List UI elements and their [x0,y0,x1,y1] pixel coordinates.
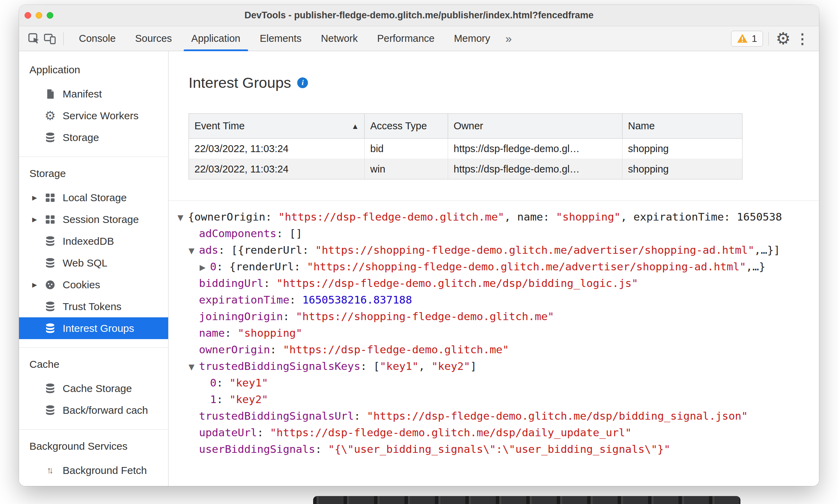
database-icon [43,256,57,270]
value-plain: : [217,376,229,389]
table-cell: 22/03/2022, 11:03:24 [189,139,365,159]
value-key: ownerOrigin [199,343,270,356]
device-toolbar-icon [44,32,56,45]
value-key: ads [199,244,218,256]
sidebar-item-indexeddb[interactable]: IndexedDB [19,230,168,252]
expander-icon[interactable]: ▶ [26,281,43,288]
tree-line[interactable]: userBiddingSignals: "{\"user_bidding_sig… [177,441,819,457]
value-plain: : [ [361,360,380,372]
collapsed-icon[interactable]: ▶ [200,259,210,276]
sidebar-item-manifest[interactable]: Manifest [19,83,168,105]
table-icon [43,213,57,226]
expanded-icon[interactable]: ▼ [177,209,188,226]
tree-line[interactable]: ▶0: {renderUrl: "https://shopping-fledge… [177,258,819,275]
sidebar-item-label: Cookies [63,279,100,291]
tab-console[interactable]: Console [69,26,125,51]
more-tabs-button[interactable]: » [500,32,517,45]
value-plain: {ownerOrigin: [188,211,278,223]
tree-line[interactable]: ▼ads: [{renderUrl: "https://shopping-fle… [177,242,819,258]
minimize-button[interactable] [36,12,42,19]
tree-line[interactable]: 1: "key2" [177,391,819,408]
value-key: joiningOrigin [199,310,283,323]
tree-line[interactable]: ▼{ownerOrigin: "https://dsp-fledge-demo.… [177,208,819,225]
tab-performance[interactable]: Performance [367,26,444,51]
sidebar: ApplicationManifest⚙Service WorkersStora… [19,51,168,486]
background-fetch-icon: ↑↓ [43,464,57,477]
close-button[interactable] [25,12,31,19]
table-cell: https://dsp-fledge-demo.gl… [448,139,622,159]
column-header-owner[interactable]: Owner [448,114,622,139]
value-key: 0 [210,260,217,273]
devtools-content: ApplicationManifest⚙Service WorkersStora… [19,51,819,486]
column-header-access-type[interactable]: Access Type [365,114,448,139]
table-cell: bid [365,139,448,159]
tree-line[interactable]: expirationTime: 1650538216.837188 [177,291,819,308]
devtools-tabs: ConsoleSourcesApplicationElementsNetwork… [69,26,500,51]
value-key: trustedBiddingSignalsKeys [199,360,361,372]
tree-line[interactable]: joiningOrigin: "https://shopping-fledge-… [177,308,819,325]
tree-line[interactable]: updateUrl: "https://dsp-fledge-demo.glit… [177,424,819,441]
tree-line[interactable]: biddingUrl: "https://dsp-fledge-demo.gli… [177,275,819,291]
titlebar: DevTools - publisher-fledge-demo.glitch.… [19,5,819,26]
sidebar-item-web-sql[interactable]: Web SQL [19,252,168,274]
sidebar-item-service-workers[interactable]: ⚙Service Workers [19,105,168,127]
gear-icon: ⚙ [43,109,57,123]
value-key: 1 [210,393,217,405]
tree-line[interactable]: name: "shopping" [177,325,819,341]
issues-counter[interactable]: 1 [731,31,763,47]
value-string: "https://shopping-fledge-demo.glitch.me" [296,310,554,323]
column-header-label: Name [628,120,655,132]
settings-gear-icon[interactable]: ⚙ [774,30,792,47]
database-icon [43,300,57,314]
database-icon [43,234,57,248]
zoom-button[interactable] [47,12,53,19]
tree-line[interactable]: 0: "key1" [177,374,819,391]
interest-group-details: ▼{ownerOrigin: "https://dsp-fledge-demo.… [168,200,819,486]
tab-sources[interactable]: Sources [125,26,181,51]
dock[interactable] [313,496,740,504]
expanded-icon[interactable]: ▼ [189,243,199,259]
sidebar-item-background-fetch[interactable]: ↑↓Background Fetch [19,459,168,481]
devtools-toolbar: ConsoleSourcesApplicationElementsNetwork… [19,26,819,51]
table-header-row: Event Time▲Access TypeOwnerName [189,114,743,139]
sidebar-item-trust-tokens[interactable]: Trust Tokens [19,296,168,317]
more-options-menu-icon[interactable]: ⋮ [792,32,813,46]
sidebar-item-local-storage[interactable]: ▶Local Storage [19,187,168,208]
sidebar-item-label: Background Fetch [63,465,147,476]
sidebar-item-label: Web SQL [63,257,108,269]
expander-icon[interactable]: ▶ [26,194,43,201]
device-toolbar-button[interactable] [42,31,58,47]
value-plain: : [225,327,238,339]
tree-line[interactable]: trustedBiddingSignalsUrl: "https://dsp-f… [177,408,819,424]
value-plain: ,…} [746,260,765,273]
sidebar-section-background-services: Background Services↑↓Background Fetch [19,429,168,486]
tab-memory[interactable]: Memory [444,26,500,51]
value-plain: : [217,393,229,405]
table-row[interactable]: 22/03/2022, 11:03:24bidhttps://dsp-fledg… [189,139,743,159]
value-key: biddingUrl [199,277,264,289]
column-header-name[interactable]: Name [622,114,743,139]
tree-line[interactable]: ▼trustedBiddingSignalsKeys: ["key1", "ke… [177,358,819,374]
sidebar-item-back-forward-cach[interactable]: Back/forward cach [19,399,168,421]
table-cell: shopping [622,159,743,179]
value-plain: : [270,343,283,356]
section-title: Storage [19,157,168,187]
expander-icon[interactable]: ▶ [26,216,43,223]
events-table: Event Time▲Access TypeOwnerName22/03/202… [189,113,743,179]
sidebar-item-cache-storage[interactable]: Cache Storage [19,377,168,399]
tree-line[interactable]: ownerOrigin: "https://dsp-fledge-demo.gl… [177,341,819,358]
value-plain: : [257,426,270,439]
tab-application[interactable]: Application [182,26,250,51]
tab-elements[interactable]: Elements [250,26,311,51]
sidebar-item-cookies[interactable]: ▶Cookies [19,274,168,296]
sidebar-item-interest-groups[interactable]: Interest Groups [19,317,168,339]
sidebar-item-session-storage[interactable]: ▶Session Storage [19,208,168,230]
sidebar-item-storage[interactable]: Storage [19,127,168,148]
column-header-event-time[interactable]: Event Time▲ [189,114,365,139]
table-row[interactable]: 22/03/2022, 11:03:24winhttps://dsp-fledg… [189,159,743,179]
expanded-icon[interactable]: ▼ [189,359,199,375]
tree-line[interactable]: adComponents: [] [177,225,819,242]
inspect-element-button[interactable] [26,31,42,47]
info-icon[interactable]: i [297,77,308,88]
tab-network[interactable]: Network [311,26,367,51]
